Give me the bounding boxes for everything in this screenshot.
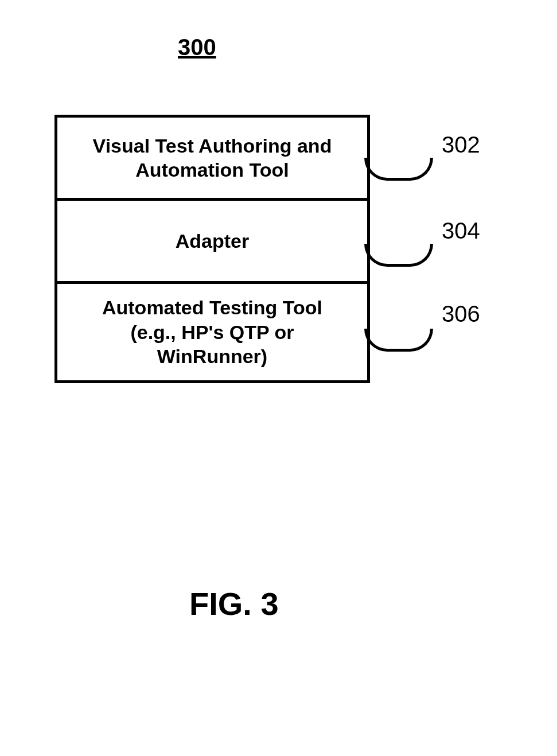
reference-306: 306 xyxy=(379,301,480,327)
box-line: WinRunner) xyxy=(157,344,267,369)
diagram-stack: Visual Test Authoring and Automation Too… xyxy=(54,115,370,383)
callout-connector xyxy=(364,158,433,181)
box-line: Adapter xyxy=(176,229,249,254)
figure-caption: FIG. 3 xyxy=(189,585,279,622)
box-line: Automated Testing Tool xyxy=(102,295,322,320)
reference-label: 304 xyxy=(442,218,480,244)
box-line: Automation Tool xyxy=(135,158,289,182)
box-adapter: Adapter xyxy=(57,201,367,284)
reference-label: 306 xyxy=(442,301,480,327)
box-line: (e.g., HP's QTP or xyxy=(130,320,294,345)
box-visual-test-authoring: Visual Test Authoring and Automation Too… xyxy=(57,118,367,201)
reference-304: 304 xyxy=(379,218,480,244)
reference-label: 302 xyxy=(442,132,480,158)
figure-number: 300 xyxy=(178,34,216,60)
box-line: Visual Test Authoring and xyxy=(93,134,332,158)
callout-connector xyxy=(364,244,433,267)
callout-connector xyxy=(364,329,433,352)
reference-302: 302 xyxy=(379,132,480,158)
box-automated-testing-tool: Automated Testing Tool (e.g., HP's QTP o… xyxy=(57,284,367,380)
